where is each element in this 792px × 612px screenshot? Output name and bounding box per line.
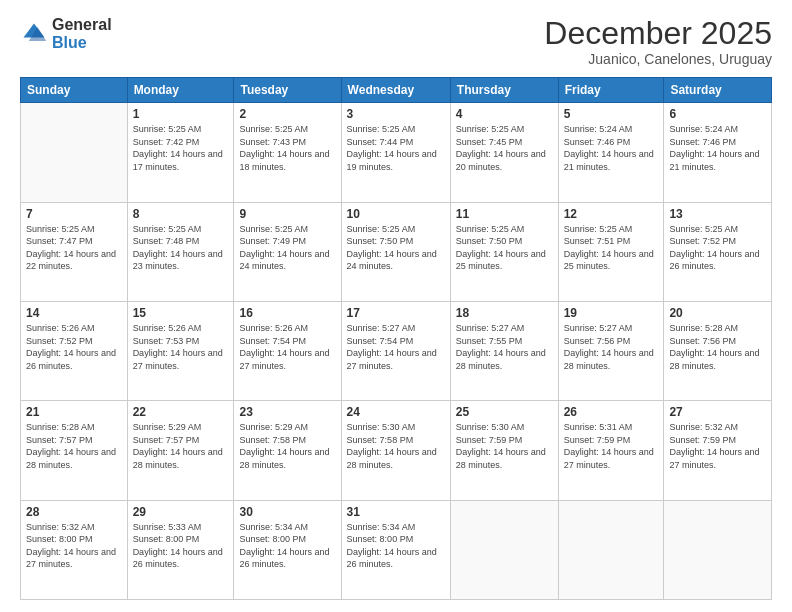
- page: General Blue December 2025 Juanico, Cane…: [0, 0, 792, 612]
- day-detail: Sunrise: 5:27 AM Sunset: 7:54 PM Dayligh…: [347, 322, 445, 372]
- day-number: 31: [347, 505, 445, 519]
- day-number: 20: [669, 306, 766, 320]
- day-number: 3: [347, 107, 445, 121]
- day-detail: Sunrise: 5:27 AM Sunset: 7:55 PM Dayligh…: [456, 322, 553, 372]
- logo: General Blue: [20, 16, 112, 51]
- day-detail: Sunrise: 5:29 AM Sunset: 7:58 PM Dayligh…: [239, 421, 335, 471]
- calendar-cell: 2Sunrise: 5:25 AM Sunset: 7:43 PM Daylig…: [234, 103, 341, 202]
- day-detail: Sunrise: 5:25 AM Sunset: 7:44 PM Dayligh…: [347, 123, 445, 173]
- calendar-cell: 7Sunrise: 5:25 AM Sunset: 7:47 PM Daylig…: [21, 202, 128, 301]
- day-number: 22: [133, 405, 229, 419]
- day-detail: Sunrise: 5:32 AM Sunset: 7:59 PM Dayligh…: [669, 421, 766, 471]
- logo-icon: [20, 20, 48, 48]
- day-header-saturday: Saturday: [664, 78, 772, 103]
- day-number: 12: [564, 207, 659, 221]
- calendar-cell: 6Sunrise: 5:24 AM Sunset: 7:46 PM Daylig…: [664, 103, 772, 202]
- day-detail: Sunrise: 5:25 AM Sunset: 7:48 PM Dayligh…: [133, 223, 229, 273]
- calendar-cell: 31Sunrise: 5:34 AM Sunset: 8:00 PM Dayli…: [341, 500, 450, 599]
- day-number: 28: [26, 505, 122, 519]
- calendar-cell: 8Sunrise: 5:25 AM Sunset: 7:48 PM Daylig…: [127, 202, 234, 301]
- calendar-cell: [664, 500, 772, 599]
- calendar-cell: 14Sunrise: 5:26 AM Sunset: 7:52 PM Dayli…: [21, 301, 128, 400]
- calendar-cell: 21Sunrise: 5:28 AM Sunset: 7:57 PM Dayli…: [21, 401, 128, 500]
- calendar-cell: 24Sunrise: 5:30 AM Sunset: 7:58 PM Dayli…: [341, 401, 450, 500]
- calendar-cell: 29Sunrise: 5:33 AM Sunset: 8:00 PM Dayli…: [127, 500, 234, 599]
- calendar-cell: 9Sunrise: 5:25 AM Sunset: 7:49 PM Daylig…: [234, 202, 341, 301]
- day-detail: Sunrise: 5:28 AM Sunset: 7:56 PM Dayligh…: [669, 322, 766, 372]
- calendar-cell: 17Sunrise: 5:27 AM Sunset: 7:54 PM Dayli…: [341, 301, 450, 400]
- day-number: 1: [133, 107, 229, 121]
- calendar-cell: 25Sunrise: 5:30 AM Sunset: 7:59 PM Dayli…: [450, 401, 558, 500]
- day-header-sunday: Sunday: [21, 78, 128, 103]
- day-number: 11: [456, 207, 553, 221]
- day-number: 2: [239, 107, 335, 121]
- calendar-cell: 19Sunrise: 5:27 AM Sunset: 7:56 PM Dayli…: [558, 301, 664, 400]
- calendar-week-2: 7Sunrise: 5:25 AM Sunset: 7:47 PM Daylig…: [21, 202, 772, 301]
- day-detail: Sunrise: 5:26 AM Sunset: 7:54 PM Dayligh…: [239, 322, 335, 372]
- calendar-header-row: SundayMondayTuesdayWednesdayThursdayFrid…: [21, 78, 772, 103]
- day-detail: Sunrise: 5:30 AM Sunset: 7:59 PM Dayligh…: [456, 421, 553, 471]
- calendar-cell: [558, 500, 664, 599]
- day-number: 24: [347, 405, 445, 419]
- day-detail: Sunrise: 5:24 AM Sunset: 7:46 PM Dayligh…: [564, 123, 659, 173]
- day-detail: Sunrise: 5:25 AM Sunset: 7:51 PM Dayligh…: [564, 223, 659, 273]
- day-detail: Sunrise: 5:26 AM Sunset: 7:52 PM Dayligh…: [26, 322, 122, 372]
- day-detail: Sunrise: 5:28 AM Sunset: 7:57 PM Dayligh…: [26, 421, 122, 471]
- calendar-cell: 10Sunrise: 5:25 AM Sunset: 7:50 PM Dayli…: [341, 202, 450, 301]
- calendar-cell: 22Sunrise: 5:29 AM Sunset: 7:57 PM Dayli…: [127, 401, 234, 500]
- calendar-cell: 13Sunrise: 5:25 AM Sunset: 7:52 PM Dayli…: [664, 202, 772, 301]
- day-number: 18: [456, 306, 553, 320]
- calendar-cell: [21, 103, 128, 202]
- calendar-week-1: 1Sunrise: 5:25 AM Sunset: 7:42 PM Daylig…: [21, 103, 772, 202]
- day-number: 15: [133, 306, 229, 320]
- calendar-cell: 1Sunrise: 5:25 AM Sunset: 7:42 PM Daylig…: [127, 103, 234, 202]
- day-detail: Sunrise: 5:34 AM Sunset: 8:00 PM Dayligh…: [239, 521, 335, 571]
- day-detail: Sunrise: 5:25 AM Sunset: 7:47 PM Dayligh…: [26, 223, 122, 273]
- calendar-cell: 23Sunrise: 5:29 AM Sunset: 7:58 PM Dayli…: [234, 401, 341, 500]
- day-number: 23: [239, 405, 335, 419]
- calendar-cell: 28Sunrise: 5:32 AM Sunset: 8:00 PM Dayli…: [21, 500, 128, 599]
- day-number: 13: [669, 207, 766, 221]
- calendar-cell: 16Sunrise: 5:26 AM Sunset: 7:54 PM Dayli…: [234, 301, 341, 400]
- day-detail: Sunrise: 5:25 AM Sunset: 7:49 PM Dayligh…: [239, 223, 335, 273]
- calendar-cell: 26Sunrise: 5:31 AM Sunset: 7:59 PM Dayli…: [558, 401, 664, 500]
- month-title: December 2025: [544, 16, 772, 51]
- day-header-tuesday: Tuesday: [234, 78, 341, 103]
- calendar: SundayMondayTuesdayWednesdayThursdayFrid…: [20, 77, 772, 600]
- day-detail: Sunrise: 5:32 AM Sunset: 8:00 PM Dayligh…: [26, 521, 122, 571]
- calendar-week-5: 28Sunrise: 5:32 AM Sunset: 8:00 PM Dayli…: [21, 500, 772, 599]
- day-detail: Sunrise: 5:25 AM Sunset: 7:42 PM Dayligh…: [133, 123, 229, 173]
- calendar-cell: 12Sunrise: 5:25 AM Sunset: 7:51 PM Dayli…: [558, 202, 664, 301]
- day-detail: Sunrise: 5:24 AM Sunset: 7:46 PM Dayligh…: [669, 123, 766, 173]
- location-subtitle: Juanico, Canelones, Uruguay: [544, 51, 772, 67]
- day-number: 30: [239, 505, 335, 519]
- day-detail: Sunrise: 5:27 AM Sunset: 7:56 PM Dayligh…: [564, 322, 659, 372]
- day-number: 21: [26, 405, 122, 419]
- day-number: 4: [456, 107, 553, 121]
- day-number: 5: [564, 107, 659, 121]
- calendar-cell: 20Sunrise: 5:28 AM Sunset: 7:56 PM Dayli…: [664, 301, 772, 400]
- logo-blue: Blue: [52, 34, 112, 52]
- calendar-cell: 15Sunrise: 5:26 AM Sunset: 7:53 PM Dayli…: [127, 301, 234, 400]
- day-header-monday: Monday: [127, 78, 234, 103]
- day-number: 17: [347, 306, 445, 320]
- header: General Blue December 2025 Juanico, Cane…: [20, 16, 772, 67]
- day-number: 27: [669, 405, 766, 419]
- day-header-wednesday: Wednesday: [341, 78, 450, 103]
- day-number: 6: [669, 107, 766, 121]
- day-detail: Sunrise: 5:25 AM Sunset: 7:43 PM Dayligh…: [239, 123, 335, 173]
- day-detail: Sunrise: 5:29 AM Sunset: 7:57 PM Dayligh…: [133, 421, 229, 471]
- calendar-cell: 5Sunrise: 5:24 AM Sunset: 7:46 PM Daylig…: [558, 103, 664, 202]
- day-detail: Sunrise: 5:26 AM Sunset: 7:53 PM Dayligh…: [133, 322, 229, 372]
- day-detail: Sunrise: 5:34 AM Sunset: 8:00 PM Dayligh…: [347, 521, 445, 571]
- day-number: 25: [456, 405, 553, 419]
- calendar-cell: 3Sunrise: 5:25 AM Sunset: 7:44 PM Daylig…: [341, 103, 450, 202]
- day-detail: Sunrise: 5:25 AM Sunset: 7:52 PM Dayligh…: [669, 223, 766, 273]
- day-number: 7: [26, 207, 122, 221]
- day-number: 29: [133, 505, 229, 519]
- day-detail: Sunrise: 5:25 AM Sunset: 7:45 PM Dayligh…: [456, 123, 553, 173]
- day-detail: Sunrise: 5:30 AM Sunset: 7:58 PM Dayligh…: [347, 421, 445, 471]
- day-detail: Sunrise: 5:33 AM Sunset: 8:00 PM Dayligh…: [133, 521, 229, 571]
- day-detail: Sunrise: 5:25 AM Sunset: 7:50 PM Dayligh…: [347, 223, 445, 273]
- day-number: 14: [26, 306, 122, 320]
